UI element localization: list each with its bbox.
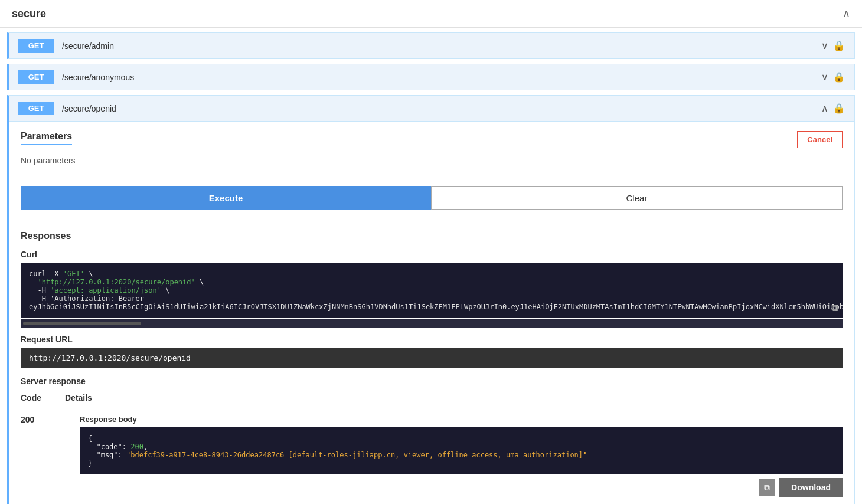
endpoint-right-admin: ∨ 🔒 bbox=[821, 40, 845, 51]
response-details-200: Response body { "code": 200, "msg": "bde… bbox=[80, 415, 843, 497]
scroll-track bbox=[23, 322, 141, 325]
collapse-icon[interactable]: ∧ bbox=[843, 7, 850, 20]
execute-button[interactable]: Execute bbox=[21, 186, 431, 210]
request-url-text: http://127.0.0.1:2020/secure/openid bbox=[29, 354, 191, 362]
download-area: ⧉ Download bbox=[80, 478, 843, 497]
response-line3: "msg": "bdefcf39-a917-4ce8-8943-26ddea24… bbox=[88, 451, 834, 459]
curl-line4: -H 'Authorization: Bearer eyJhbGci0iJSUz… bbox=[29, 294, 834, 311]
responses-section: Responses Curl curl -X 'GET' \ 'http://1… bbox=[9, 221, 854, 504]
curl-line2: 'http://127.0.0.1:2020/secure/openid' \ bbox=[29, 278, 834, 286]
chevron-down-icon-admin: ∨ bbox=[821, 40, 828, 51]
curl-block: curl -X 'GET' \ 'http://127.0.0.1:2020/s… bbox=[21, 263, 843, 318]
section-header: secure ∧ bbox=[0, 0, 862, 28]
responses-title: Responses bbox=[21, 231, 843, 241]
response-table-header: Code Details bbox=[21, 391, 843, 405]
section-title: secure bbox=[12, 8, 46, 20]
response-row-200: 200 Response body { "code": 200, "msg": … bbox=[21, 410, 843, 502]
response-line2: "code": 200, bbox=[88, 443, 834, 451]
response-body-label: Response body bbox=[80, 415, 843, 424]
action-buttons: Execute Clear bbox=[21, 186, 843, 210]
copy-response-button[interactable]: ⧉ bbox=[759, 479, 775, 496]
lock-icon-anonymous: 🔒 bbox=[833, 71, 845, 83]
response-body-block: { "code": 200, "msg": "bdefcf39-a917-4ce… bbox=[80, 427, 843, 474]
method-badge-admin: GET bbox=[18, 39, 54, 53]
request-url-block: http://127.0.0.1:2020/secure/openid bbox=[21, 348, 843, 368]
response-code-200: 200 bbox=[21, 415, 56, 424]
endpoint-left-anonymous: GET /secure/anonymous bbox=[18, 70, 134, 84]
expanded-endpoint-left: GET /secure/openid bbox=[18, 102, 116, 115]
chevron-up-icon-openid: ∧ bbox=[821, 103, 828, 114]
endpoint-left-admin: GET /secure/admin bbox=[18, 39, 114, 53]
download-button[interactable]: Download bbox=[779, 478, 843, 497]
expanded-header-openid[interactable]: GET /secure/openid ∧ 🔒 bbox=[9, 96, 854, 122]
endpoint-path-admin: /secure/admin bbox=[62, 41, 114, 51]
parameters-title: Parameters bbox=[21, 131, 72, 145]
endpoint-right-openid: ∧ 🔒 bbox=[821, 103, 845, 114]
parameters-section: Parameters Cancel No parameters bbox=[9, 122, 854, 175]
cancel-button[interactable]: Cancel bbox=[797, 131, 843, 148]
chevron-down-icon-anonymous: ∨ bbox=[821, 71, 828, 83]
response-line4: } bbox=[88, 459, 834, 467]
request-url-label: Request URL bbox=[21, 335, 843, 344]
page-container: secure ∧ GET /secure/admin ∨ 🔒 GET /secu… bbox=[0, 0, 862, 504]
lock-icon-admin: 🔒 bbox=[833, 40, 845, 51]
endpoint-right-anonymous: ∨ 🔒 bbox=[821, 71, 845, 83]
expanded-panel-openid: GET /secure/openid ∧ 🔒 Parameters Cancel… bbox=[7, 95, 855, 504]
endpoint-path-anonymous: /secure/anonymous bbox=[62, 73, 134, 82]
server-response-label: Server response bbox=[21, 377, 843, 386]
lock-icon-openid: 🔒 bbox=[833, 103, 845, 114]
endpoint-path-openid: /secure/openid bbox=[62, 104, 116, 113]
col-details-header: Details bbox=[65, 393, 92, 402]
endpoint-row-anonymous[interactable]: GET /secure/anonymous ∨ 🔒 bbox=[7, 64, 855, 90]
method-badge-anonymous: GET bbox=[18, 70, 54, 84]
curl-line1: curl -X 'GET' \ bbox=[29, 270, 834, 278]
curl-scrollbar[interactable] bbox=[21, 319, 843, 328]
method-badge-openid: GET bbox=[18, 102, 54, 115]
curl-line3: -H 'accept: application/json' \ bbox=[29, 286, 834, 294]
no-parameters-text: No parameters bbox=[21, 156, 843, 165]
curl-label: Curl bbox=[21, 250, 843, 259]
response-line1: { bbox=[88, 434, 834, 443]
clear-button[interactable]: Clear bbox=[431, 186, 843, 210]
copy-icon-curl[interactable]: ⧉ bbox=[831, 302, 838, 313]
endpoint-row-admin[interactable]: GET /secure/admin ∨ 🔒 bbox=[7, 32, 855, 59]
col-code-header: Code bbox=[21, 393, 41, 402]
